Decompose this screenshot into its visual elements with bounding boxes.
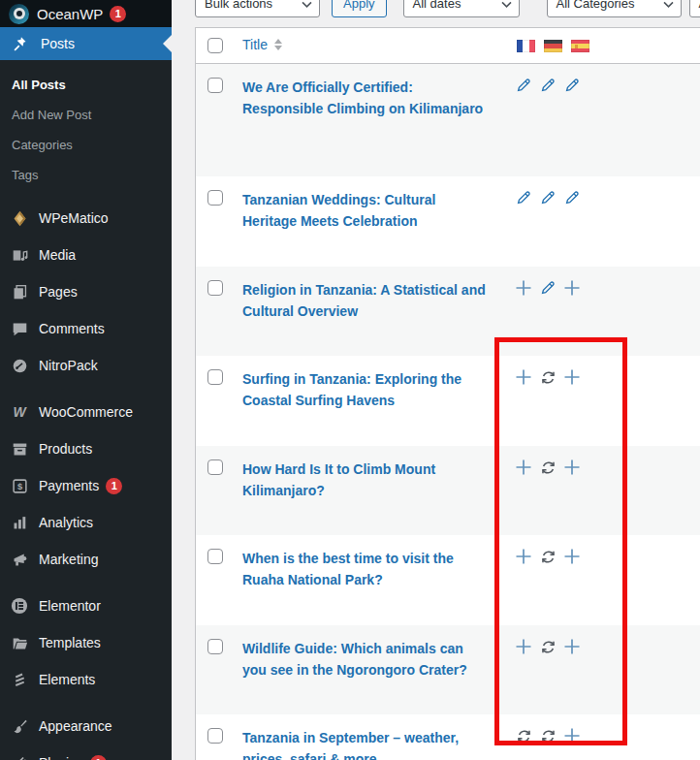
add-translation-plus-icon[interactable] xyxy=(562,547,582,566)
sidebar-item-elements[interactable]: Elements xyxy=(0,661,172,698)
admin-sidebar: OceanWP 1 Posts All Posts Add New Post C… xyxy=(0,0,172,760)
post-title-link[interactable]: Tanzanian Weddings: Cultural Heritage Me… xyxy=(242,189,491,232)
submenu-tags[interactable]: Tags xyxy=(0,160,172,190)
posts-list-main: Bulk actions Apply All dates All Categor… xyxy=(172,0,700,760)
add-translation-plus-icon[interactable] xyxy=(514,458,533,477)
active-item-arrow xyxy=(163,35,172,52)
add-translation-plus-icon[interactable] xyxy=(514,278,533,298)
post-title-link[interactable]: Tanzania in September – weather, prices,… xyxy=(242,727,491,760)
select-all-checkbox[interactable] xyxy=(207,38,223,53)
bulk-actions-select[interactable]: Bulk actions xyxy=(195,0,320,17)
add-translation-plus-icon[interactable] xyxy=(514,367,533,387)
french-flag-icon xyxy=(517,40,535,52)
sidebar-item-comments[interactable]: Comments xyxy=(0,310,172,347)
add-translation-plus-icon[interactable] xyxy=(514,547,533,566)
elementor-circle-icon xyxy=(10,596,29,616)
sidebar-item-analytics[interactable]: Analytics xyxy=(0,504,172,541)
sidebar-item-woocommerce[interactable]: W WooCommerce xyxy=(0,394,172,430)
speed-gauge-icon xyxy=(10,356,29,375)
sync-translation-icon[interactable] xyxy=(514,726,533,745)
sync-translation-icon[interactable] xyxy=(538,367,557,387)
sidebar-item-posts[interactable]: Posts xyxy=(0,27,172,60)
add-translation-plus-icon[interactable] xyxy=(562,367,582,387)
row-checkbox[interactable] xyxy=(207,369,223,385)
sidebar-item-pages[interactable]: Pages xyxy=(0,273,172,310)
menu-separator xyxy=(0,578,172,587)
row-checkbox[interactable] xyxy=(207,639,223,654)
post-title-link[interactable]: Wildlife Guide: Which animals can you se… xyxy=(242,638,491,681)
row-checkbox[interactable] xyxy=(207,728,223,744)
sidebar-item-payments[interactable]: $ Payments 1 xyxy=(0,467,172,504)
edit-translation-pencil-icon[interactable] xyxy=(538,76,557,95)
row-checkbox[interactable] xyxy=(207,459,223,475)
translation-actions xyxy=(514,188,582,207)
edit-translation-pencil-icon[interactable] xyxy=(562,76,582,95)
sidebar-item-media[interactable]: Media xyxy=(0,237,172,273)
edit-translation-pencil-icon[interactable] xyxy=(562,188,582,207)
translation-actions xyxy=(514,367,582,387)
row-checkbox[interactable] xyxy=(207,280,223,296)
bar-chart-icon xyxy=(10,513,29,532)
row-checkbox[interactable] xyxy=(207,78,223,93)
sidebar-item-marketing[interactable]: Marketing xyxy=(0,541,172,578)
megaphone-icon xyxy=(10,550,29,569)
translation-actions xyxy=(514,637,582,656)
site-name[interactable]: OceanWP xyxy=(37,6,103,22)
sort-toggle-icon[interactable] xyxy=(274,39,282,50)
sidebar-item-elementor[interactable]: Elementor xyxy=(0,587,172,624)
sidebar-item-appearance[interactable]: Appearance xyxy=(0,708,172,744)
plugin-icon xyxy=(10,753,29,760)
all-categories-select[interactable]: All Categories xyxy=(547,0,682,17)
table-row: Surfing in Tanzania: Exploring the Coast… xyxy=(196,356,700,446)
edit-translation-pencil-icon[interactable] xyxy=(514,188,533,207)
edit-translation-pencil-icon[interactable] xyxy=(538,188,557,207)
sidebar-item-wpematico[interactable]: WPeMatico xyxy=(0,200,172,237)
comment-bubble-icon xyxy=(10,319,29,338)
sync-translation-icon[interactable] xyxy=(538,458,557,477)
submenu-all-posts[interactable]: All Posts xyxy=(0,70,172,100)
all-dates-select[interactable]: All dates xyxy=(403,0,520,17)
add-translation-plus-icon[interactable] xyxy=(514,637,533,656)
sidebar-item-nitropack[interactable]: NitroPack xyxy=(0,347,172,384)
sidebar-item-products[interactable]: Products xyxy=(0,430,172,467)
add-translation-plus-icon[interactable] xyxy=(562,278,582,298)
edit-translation-pencil-icon[interactable] xyxy=(538,278,557,298)
post-title-link[interactable]: Surfing in Tanzania: Exploring the Coast… xyxy=(242,368,491,411)
post-title-link[interactable]: How Hard Is It to Climb Mount Kilimanjar… xyxy=(242,459,491,501)
add-translation-plus-icon[interactable] xyxy=(562,637,582,656)
title-column-header[interactable]: Title xyxy=(242,37,282,52)
translation-actions xyxy=(514,458,582,477)
chevron-down-icon xyxy=(302,0,312,11)
post-title-link[interactable]: We Are Officially Certified: Responsible… xyxy=(242,77,491,119)
partial-right-select[interactable]: A xyxy=(689,0,700,17)
edit-translation-pencil-icon[interactable] xyxy=(514,76,533,95)
updates-badge: 1 xyxy=(110,6,126,22)
sidebar-item-plugins[interactable]: Plugins 1 xyxy=(0,744,172,760)
sync-translation-icon[interactable] xyxy=(538,547,557,566)
post-title-link[interactable]: When is the best time to visit the Ruaha… xyxy=(242,548,491,590)
post-title-link[interactable]: Religion in Tanzania: A Statistical and … xyxy=(242,279,491,322)
svg-text:$: $ xyxy=(16,481,22,491)
table-row: Tanzania in September – weather, prices,… xyxy=(196,714,700,760)
all-dates-value: All dates xyxy=(413,0,461,11)
add-translation-plus-icon[interactable] xyxy=(562,726,582,745)
woocommerce-w-icon: W xyxy=(10,402,29,422)
translation-columns xyxy=(517,40,589,52)
sync-translation-icon[interactable] xyxy=(538,726,557,745)
add-translation-plus-icon[interactable] xyxy=(562,458,582,477)
sync-translation-icon[interactable] xyxy=(538,637,557,656)
plugins-badge: 1 xyxy=(90,755,107,760)
table-row: Wildlife Guide: Which animals can you se… xyxy=(196,625,700,714)
wordpress-posts-admin-page: OceanWP 1 Posts All Posts Add New Post C… xyxy=(0,0,700,760)
row-checkbox[interactable] xyxy=(207,190,223,206)
submenu-categories[interactable]: Categories xyxy=(0,130,172,160)
oceanwp-logo-icon[interactable] xyxy=(9,4,29,24)
bulk-actions-value: Bulk actions xyxy=(205,0,272,11)
pages-icon xyxy=(10,282,29,301)
submenu-add-new-post[interactable]: Add New Post xyxy=(0,100,172,130)
apply-button[interactable]: Apply xyxy=(332,0,387,17)
table-row: Tanzanian Weddings: Cultural Heritage Me… xyxy=(196,176,700,267)
sidebar-item-templates[interactable]: Templates xyxy=(0,624,172,661)
row-checkbox[interactable] xyxy=(207,549,223,564)
title-header-label: Title xyxy=(242,37,268,52)
